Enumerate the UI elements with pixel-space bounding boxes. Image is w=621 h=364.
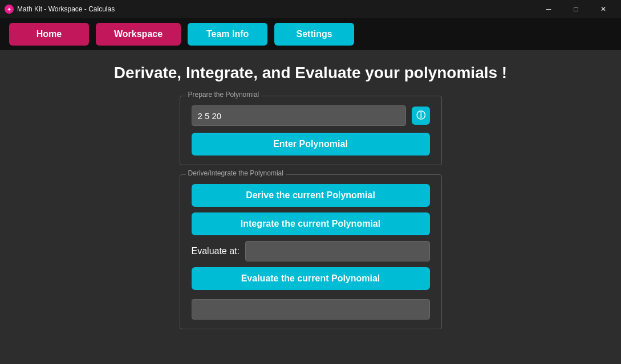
enter-polynomial-row: Enter Polynomial [192,133,430,156]
title-bar: ✦ Math Kit - Workspace - Calculas ─ □ ✕ [0,0,621,18]
prepare-polynomial-panel: Prepare the Polynomial ⓘ Enter Polynomia… [180,96,442,165]
prepare-panel-label: Prepare the Polynomial [186,91,262,99]
polynomial-input[interactable] [192,105,406,126]
minimize-button[interactable]: ─ [535,1,562,17]
window-controls: ─ □ ✕ [535,1,616,17]
polynomial-input-row: ⓘ [192,105,430,126]
enter-polynomial-button[interactable]: Enter Polynomial [192,133,430,156]
nav-bar: Home Workspace Team Info Settings [0,18,621,50]
home-button[interactable]: Home [9,23,89,46]
workspace-button[interactable]: Workspace [96,23,181,46]
evaluate-at-input[interactable] [245,241,430,261]
main-content: Derivate, Integrate, and Evaluate your p… [0,50,621,364]
maximize-button[interactable]: □ [563,1,589,17]
evaluate-at-label: Evaluate at: [192,246,240,256]
page-title: Derivate, Integrate, and Evaluate your p… [114,64,507,82]
close-button[interactable]: ✕ [590,1,616,17]
info-icon: ⓘ [416,110,425,122]
info-icon-button[interactable]: ⓘ [412,107,430,125]
app-icon: ✦ [5,5,14,14]
derive-integrate-panel: Derive/Integrate the Polynomial Derive t… [180,174,442,329]
result-field[interactable] [192,299,430,320]
derive-integrate-panel-label: Derive/Integrate the Polynomial [186,169,286,177]
evaluate-button[interactable]: Evaluate the current Polynomial [192,267,430,290]
settings-button[interactable]: Settings [274,23,354,46]
teaminfo-button[interactable]: Team Info [188,23,267,46]
evaluate-at-row: Evaluate at: [192,241,430,261]
derive-button[interactable]: Derive the current Polynomial [192,184,430,207]
window-title: Math Kit - Workspace - Calculas [17,5,115,13]
integrate-button[interactable]: Integrate the current Polynomial [192,212,430,235]
title-bar-left: ✦ Math Kit - Workspace - Calculas [5,5,115,14]
